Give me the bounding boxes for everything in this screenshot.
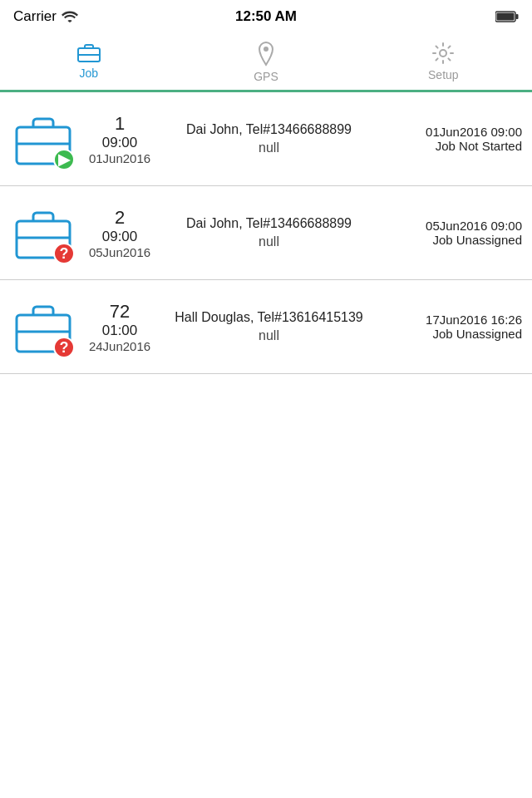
status-bar: Carrier 12:50 AM xyxy=(0,0,532,33)
gps-tab-icon xyxy=(256,42,276,66)
gear-tab-icon xyxy=(431,42,455,65)
svg-rect-2 xyxy=(516,14,519,19)
svg-point-5 xyxy=(264,47,268,52)
question-badge-2: ? xyxy=(53,243,75,264)
question-badge-3: ? xyxy=(53,337,75,358)
job-status-1: 01Jun2016 09:00 Job Not Started xyxy=(385,125,522,153)
tab-job[interactable]: Job xyxy=(0,33,177,90)
svg-rect-1 xyxy=(497,13,515,21)
job-number-1: 1 09:00 01Jun2016 xyxy=(86,113,153,165)
job-list: ▶ 1 09:00 01Jun2016 Dai John, Tel#134666… xyxy=(0,92,532,374)
tab-bar: Job GPS Setup xyxy=(0,33,532,92)
tab-setup[interactable]: Setup xyxy=(355,33,532,90)
job-icon-3: ? xyxy=(10,293,76,360)
tab-setup-label: Setup xyxy=(428,68,459,81)
briefcase-tab-icon xyxy=(76,42,101,63)
table-row[interactable]: ? 72 01:00 24Jun2016 Hall Douglas, Tel#1… xyxy=(0,280,532,374)
play-badge-1: ▶ xyxy=(53,149,75,170)
job-contact-2: Dai John, Tel#13466688899 null xyxy=(163,216,375,249)
job-number-3: 72 01:00 24Jun2016 xyxy=(86,301,153,353)
svg-point-6 xyxy=(440,50,446,57)
table-row[interactable]: ▶ 1 09:00 01Jun2016 Dai John, Tel#134666… xyxy=(0,92,532,186)
table-row[interactable]: ? 2 09:00 05Jun2016 Dai John, Tel#134666… xyxy=(0,186,532,280)
status-right xyxy=(495,11,519,22)
job-status-3: 17Jun2016 16:26 Job Unassigned xyxy=(385,313,522,341)
job-status-2: 05Jun2016 09:00 Job Unassigned xyxy=(385,219,522,247)
battery-icon xyxy=(495,11,519,22)
job-icon-2: ? xyxy=(10,200,76,266)
carrier: Carrier xyxy=(13,8,78,25)
tab-gps[interactable]: GPS xyxy=(177,33,354,90)
job-contact-1: Dai John, Tel#13466688899 null xyxy=(163,122,375,155)
tab-gps-label: GPS xyxy=(254,70,278,83)
carrier-text: Carrier xyxy=(13,8,57,25)
wifi-icon xyxy=(62,11,78,22)
job-number-2: 2 09:00 05Jun2016 xyxy=(86,207,153,259)
tab-job-label: Job xyxy=(79,66,98,80)
job-icon-1: ▶ xyxy=(10,106,76,172)
job-contact-3: Hall Douglas, Tel#13616415139 null xyxy=(163,310,375,343)
status-time: 12:50 AM xyxy=(235,8,297,25)
